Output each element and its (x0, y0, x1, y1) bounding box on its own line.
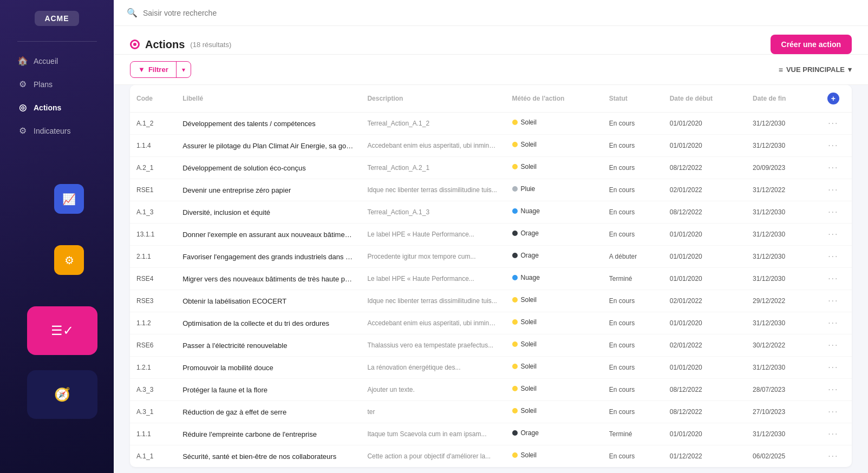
cell-code: A.1_3 (130, 201, 176, 224)
cell-libelle: Réduction de gaz à effet de serre (176, 401, 361, 423)
cell-libelle: Devenir une entreprise zéro papier (176, 179, 361, 201)
view-selector[interactable]: ≡ VUE PRINCIPALE ▾ (779, 65, 852, 74)
actions-title-icon (130, 40, 140, 49)
cell-actions[interactable]: ··· (815, 268, 852, 290)
cell-actions[interactable]: ··· (815, 401, 852, 423)
cell-actions[interactable]: ··· (815, 290, 852, 312)
meteo-label: Soleil (521, 141, 537, 148)
cell-statut: En cours (603, 401, 663, 423)
create-action-button[interactable]: Créer une action (771, 35, 852, 54)
cell-code: 1.2.1 (130, 357, 176, 379)
meteo-dot (512, 430, 518, 436)
meteo-label: Soleil (521, 119, 537, 126)
table-row: RSE1 Devenir une entreprise zéro papier … (130, 179, 852, 201)
cell-code: A.1_1 (130, 445, 176, 468)
table-row: A.1_3 Diversité, inclusion et équité Ter… (130, 201, 852, 224)
cell-actions[interactable]: ··· (815, 445, 852, 468)
meteo-dot (512, 297, 518, 303)
cell-statut: En cours (603, 113, 663, 135)
cell-actions[interactable]: ··· (815, 246, 852, 268)
filter-main[interactable]: ▼ Filtrer (130, 62, 177, 77)
cell-meteo: Soleil (506, 135, 603, 154)
cell-libelle: Sécurité, santé et bien-être de nos coll… (176, 445, 361, 468)
actions-icon: ◎ (17, 102, 28, 113)
settings-widget[interactable]: ⚙ (54, 245, 84, 275)
cell-actions[interactable]: ··· (815, 113, 852, 135)
row-more-button[interactable]: ··· (828, 318, 838, 327)
row-more-button[interactable]: ··· (828, 407, 838, 416)
view-label: VUE PRINCIPALE (786, 65, 845, 74)
search-input[interactable] (143, 9, 855, 17)
cell-actions[interactable]: ··· (815, 379, 852, 401)
row-more-button[interactable]: ··· (828, 363, 838, 372)
cell-date-fin: 31/12/2022 (746, 179, 815, 201)
sidebar-item-indicateurs[interactable]: ⚙ Indicateurs (4, 120, 109, 141)
cell-actions[interactable]: ··· (815, 357, 852, 379)
cell-actions[interactable]: ··· (815, 224, 852, 246)
cell-meteo: Pluie (506, 179, 603, 199)
cell-meteo: Soleil (506, 445, 603, 465)
meteo-dot (512, 253, 518, 258)
row-more-button[interactable]: ··· (828, 185, 838, 194)
table-row: RSE3 Obtenir la labélisation ECOCERT Idq… (130, 290, 852, 312)
cell-description: Le label HPE « Haute Performance... (361, 268, 505, 290)
page-title-row: Actions (18 résultats) (130, 38, 231, 51)
meteo-label: Soleil (521, 451, 537, 459)
cell-actions[interactable]: ··· (815, 157, 852, 179)
cell-code: RSE1 (130, 179, 176, 201)
meteo-dot (512, 341, 518, 347)
cell-actions[interactable]: ··· (815, 201, 852, 224)
cell-actions[interactable]: ··· (815, 179, 852, 201)
sidebar-item-accueil[interactable]: 🏠 Accueil (4, 50, 109, 71)
row-more-button[interactable]: ··· (828, 163, 838, 172)
cell-code: 1.1.2 (130, 312, 176, 334)
cell-statut: En cours (603, 157, 663, 179)
cell-description: Itaque tum Scaevola cum in eam ipsam... (361, 423, 505, 445)
cell-date-debut: 01/01/2020 (663, 312, 746, 334)
cell-statut: A débuter (603, 246, 663, 268)
cell-statut: En cours (603, 135, 663, 157)
table-row: 1.1.4 Assurer le pilotage du Plan Climat… (130, 135, 852, 157)
cell-date-fin: 31/12/2030 (746, 312, 815, 334)
cell-date-debut: 01/01/2020 (663, 246, 746, 268)
sidebar-item-plans[interactable]: ⚙ Plans (4, 74, 109, 95)
row-more-button[interactable]: ··· (828, 385, 838, 394)
row-more-button[interactable]: ··· (828, 429, 838, 438)
row-more-button[interactable]: ··· (828, 207, 838, 216)
filter-dropdown-arrow[interactable]: ▾ (177, 62, 191, 77)
row-more-button[interactable]: ··· (828, 119, 838, 128)
row-more-button[interactable]: ··· (828, 252, 838, 261)
app-logo: ACME (35, 11, 79, 26)
add-column-button[interactable]: + (827, 93, 839, 104)
filter-icon: ▼ (138, 65, 145, 74)
col-add[interactable]: + (815, 85, 852, 113)
cell-statut: En cours (603, 379, 663, 401)
view-icon: ≡ (779, 65, 783, 74)
meteo-label: Soleil (521, 296, 537, 304)
filter-button[interactable]: ▼ Filtrer ▾ (130, 61, 191, 78)
sidebar-item-actions[interactable]: ◎ Actions (4, 97, 109, 118)
col-date-debut: Date de début (663, 85, 746, 113)
table-row: 2.1.1 Favoriser l'engagement des grands … (130, 246, 852, 268)
row-more-button[interactable]: ··· (828, 296, 838, 305)
row-more-button[interactable]: ··· (828, 229, 838, 239)
col-libelle: Libellé (176, 85, 361, 113)
row-more-button[interactable]: ··· (828, 141, 838, 150)
row-more-button[interactable]: ··· (828, 274, 838, 283)
cell-actions[interactable]: ··· (815, 312, 852, 334)
compass-widget[interactable]: 🧭 (27, 370, 97, 419)
cell-actions[interactable]: ··· (815, 135, 852, 157)
analytics-widget[interactable]: 📈 (54, 184, 84, 214)
cell-date-fin: 31/12/2030 (746, 357, 815, 379)
row-more-button[interactable]: ··· (828, 340, 838, 350)
cell-statut: En cours (603, 357, 663, 379)
sidebar-item-label: Actions (34, 103, 61, 112)
table-row: 1.1.1 Réduire l'empreinte carbone de l'e… (130, 423, 852, 445)
row-more-button[interactable]: ··· (828, 451, 838, 461)
page-title: Actions (145, 38, 185, 51)
cell-actions[interactable]: ··· (815, 423, 852, 445)
checklist-widget[interactable]: ☰✓ (27, 306, 97, 355)
meteo-dot (512, 452, 518, 458)
cell-actions[interactable]: ··· (815, 334, 852, 357)
cell-code: RSE4 (130, 268, 176, 290)
